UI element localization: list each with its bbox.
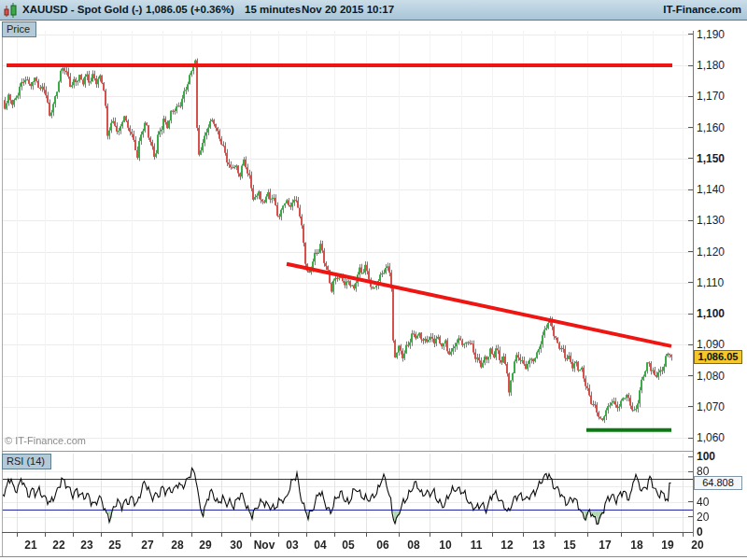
- x-axis-label: 30: [230, 539, 242, 552]
- price-axis-label: 1,190: [697, 28, 725, 41]
- x-axis-label: 15: [563, 539, 575, 552]
- x-axis-label: 18: [630, 539, 642, 552]
- rsi-axis-tick: [688, 516, 693, 517]
- x-axis-tick: [621, 532, 622, 537]
- x-axis-label: 23: [80, 539, 92, 552]
- price-axis-tick: [688, 406, 693, 407]
- price-axis-tick: [688, 189, 693, 190]
- price-axis-label: 1,150: [697, 152, 725, 165]
- x-axis-label: 05: [342, 539, 354, 552]
- x-axis-label: 22: [52, 539, 64, 552]
- price-axis-tick: [688, 375, 693, 376]
- rsi-axis-tick: [688, 456, 693, 457]
- rsi-chart-canvas[interactable]: [3, 454, 693, 532]
- x-axis-line: [2, 532, 693, 533]
- price-axis-label: 1,130: [697, 214, 725, 227]
- x-axis-label: 06: [376, 539, 388, 552]
- x-axis-tick: [191, 532, 192, 537]
- rsi-value: 64.808: [702, 477, 734, 488]
- price-axis-tick: [688, 96, 693, 97]
- price-axis-tick: [688, 34, 693, 35]
- rsi-axis-tick: [688, 501, 693, 502]
- chart-window: XAUUSD - Spot Gold (-) 1,086.05 (+0.36%)…: [0, 0, 747, 560]
- current-price-value: 1,086.05: [698, 351, 739, 362]
- rsi-axis-label: 40: [697, 496, 709, 509]
- price-axis-tick: [688, 282, 693, 283]
- price-axis-label: 1,120: [697, 245, 725, 259]
- price-axis-tick: [688, 65, 693, 66]
- x-axis-tick: [492, 532, 493, 537]
- price-axis-label: 1,080: [697, 370, 725, 383]
- price-axis-label: 1,070: [697, 400, 725, 413]
- price-axis-label: 1,140: [697, 183, 725, 196]
- symbol-title: XAUUSD - Spot Gold (-): [22, 4, 142, 15]
- rsi-axis-label: 0: [697, 525, 703, 539]
- x-axis-label: 21: [24, 539, 36, 552]
- x-axis-tick: [101, 532, 102, 537]
- price-axis-label: 1,110: [697, 276, 724, 289]
- tab-rsi[interactable]: RSI (14): [2, 454, 51, 469]
- x-axis-label: 13: [532, 539, 544, 552]
- x-axis-tick: [45, 532, 46, 537]
- x-axis-label: 19: [661, 539, 673, 552]
- x-axis-tick: [399, 532, 400, 537]
- price-axis-tick: [688, 158, 693, 159]
- brand-label: IT-Finance.com: [663, 4, 741, 15]
- rsi-axis-label: 20: [697, 511, 709, 524]
- price-axis-tick: [688, 251, 693, 252]
- x-axis-label: 12: [500, 539, 513, 552]
- x-axis-label: 17: [599, 539, 611, 552]
- x-axis-tick: [250, 532, 251, 537]
- x-axis-tick: [221, 532, 222, 537]
- x-axis-label: 20: [691, 539, 703, 552]
- x-axis-label: 10: [439, 539, 451, 552]
- x-axis-label: 11: [471, 539, 483, 552]
- price-axis-line: [693, 31, 694, 537]
- timeframe-label: 15 minutes: [245, 4, 301, 15]
- tab-price[interactable]: Price: [2, 21, 36, 37]
- x-axis-tick: [278, 532, 279, 537]
- x-axis-tick: [461, 532, 462, 537]
- x-axis-tick: [653, 532, 654, 537]
- bottom-border: [0, 556, 747, 557]
- x-axis-tick: [162, 532, 163, 537]
- price-axis-label: 1,100: [697, 307, 725, 320]
- x-axis-tick: [555, 532, 556, 537]
- x-axis-tick: [73, 532, 74, 537]
- rsi-axis-tick: [688, 471, 693, 472]
- x-axis-label: 08: [407, 539, 419, 552]
- x-axis-label: 03: [286, 539, 298, 552]
- price-axis-tick: [688, 344, 693, 345]
- x-axis-label: 25: [108, 539, 120, 552]
- price-axis-label: 1,180: [697, 59, 725, 72]
- panel-separator: [2, 451, 693, 452]
- datetime-label: Nov 20 2015 10:17: [302, 4, 394, 15]
- x-axis-tick: [366, 532, 367, 537]
- x-axis-tick: [17, 532, 18, 537]
- price-axis-tick: [688, 127, 693, 128]
- left-border: [2, 21, 3, 556]
- price-axis-tick: [688, 438, 693, 439]
- x-axis-label: 29: [199, 539, 211, 552]
- x-axis-label: Nov: [254, 539, 275, 552]
- candlestick-logo-icon: [4, 3, 20, 19]
- x-axis-label: 28: [171, 539, 183, 552]
- x-axis-label: 27: [141, 539, 153, 552]
- rsi-axis-label: 100: [697, 450, 715, 463]
- last-price-and-change: 1,086.05 (+0.36%): [146, 4, 234, 15]
- price-axis-label: 1,060: [697, 431, 725, 444]
- x-axis-label: 04: [314, 539, 326, 552]
- x-axis-tick: [334, 532, 335, 537]
- rsi-axis-tick: [688, 532, 693, 533]
- current-price-marker: 1,086.05: [694, 350, 742, 364]
- price-axis-label: 1,160: [697, 121, 725, 134]
- x-axis-tick: [523, 532, 524, 537]
- price-axis-tick: [688, 220, 693, 221]
- price-chart-canvas[interactable]: [3, 31, 693, 451]
- watermark: © IT-Finance.com: [5, 435, 86, 446]
- x-axis-tick: [683, 532, 684, 537]
- x-axis-tick: [132, 532, 133, 537]
- x-axis-tick: [306, 532, 307, 537]
- x-axis-tick: [587, 532, 588, 537]
- x-axis-tick: [430, 532, 430, 537]
